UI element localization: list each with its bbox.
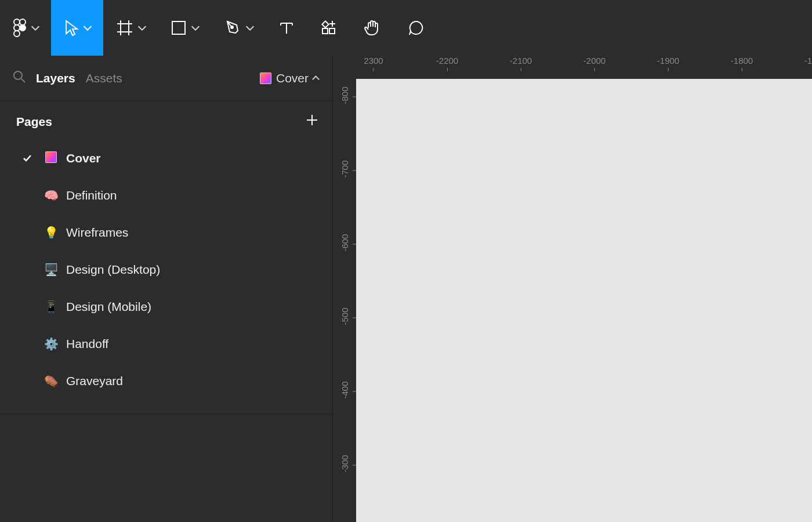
ruler-tick: -300 [333, 455, 356, 474]
tab-assets[interactable]: Assets [86, 71, 122, 85]
ruler-tick: -1800 [731, 56, 753, 71]
frame-icon [116, 19, 133, 37]
page-selector-label: Cover [276, 71, 309, 85]
ruler-tick: -2000 [583, 56, 606, 71]
ruler-tick: -600 [333, 234, 356, 253]
chevron-down-icon [191, 23, 200, 31]
pen-tool-button[interactable] [211, 0, 266, 56]
svg-point-2 [14, 25, 20, 31]
frame-tool-button[interactable] [103, 0, 158, 56]
search-icon[interactable] [13, 70, 26, 86]
page-list: Cover🧠Definition💡Wireframes🖥️Design (Des… [16, 140, 318, 400]
rectangle-icon [171, 20, 187, 36]
page-item[interactable]: Cover [16, 140, 318, 177]
svg-rect-17 [329, 28, 335, 34]
page-item[interactable]: 💡Wireframes [16, 214, 318, 251]
page-emoji-icon: 🧠 [43, 188, 59, 202]
horizontal-ruler: 2300-2200-2100-2000-1900-1800-1700 [356, 56, 812, 79]
page-item-label: Wireframes [66, 226, 128, 240]
chevron-down-icon [84, 23, 92, 31]
svg-rect-9 [172, 21, 185, 34]
page-item[interactable]: 🧠Definition [16, 177, 318, 214]
hand-tool-button[interactable] [350, 0, 394, 56]
page-emoji-icon [43, 151, 59, 166]
page-item[interactable]: ⚙️Handoff [16, 325, 318, 362]
page-item-label: Design (Desktop) [66, 263, 160, 277]
page-item-label: Graveyard [66, 374, 123, 388]
page-emoji-icon: ⚰️ [43, 374, 59, 388]
canvas-frame[interactable] [356, 79, 812, 522]
ruler-tick: -1900 [657, 56, 679, 71]
pages-title: Pages [16, 115, 52, 129]
figma-logo-icon [13, 18, 27, 38]
chevron-up-icon [312, 75, 320, 83]
ruler-tick: 2300 [364, 56, 383, 71]
svg-rect-16 [322, 28, 328, 34]
ruler-tick: -1700 [804, 56, 812, 71]
tab-layers[interactable]: Layers [36, 71, 75, 85]
check-icon [19, 153, 36, 164]
page-item-label: Handoff [66, 337, 108, 351]
svg-point-3 [20, 25, 26, 31]
chevron-down-icon [138, 23, 146, 31]
top-toolbar [0, 0, 812, 56]
ruler-tick: -500 [333, 307, 356, 327]
text-icon [278, 20, 295, 36]
chevron-down-icon [31, 23, 39, 31]
page-item-label: Definition [66, 188, 117, 202]
page-emoji-icon: 📱 [43, 300, 59, 314]
vertical-ruler: -800-700-600-500-400-300 [333, 79, 356, 522]
page-selector[interactable]: Cover [260, 71, 318, 85]
svg-point-0 [14, 19, 20, 25]
page-item-label: Cover [66, 151, 101, 165]
page-item-label: Design (Mobile) [66, 300, 151, 314]
page-item[interactable]: 📱Design (Mobile) [16, 288, 318, 325]
shape-tool-button[interactable] [158, 0, 211, 56]
page-item[interactable]: ⚰️Graveyard [16, 362, 318, 400]
svg-point-1 [20, 19, 26, 25]
page-emoji-icon: 💡 [43, 226, 59, 240]
svg-point-4 [14, 31, 20, 37]
chevron-down-icon [246, 23, 254, 31]
text-tool-button[interactable] [266, 0, 307, 56]
pen-icon [224, 19, 241, 37]
svg-rect-18 [322, 21, 328, 27]
svg-line-22 [21, 79, 25, 82]
move-tool-button[interactable] [51, 0, 103, 56]
page-item[interactable]: 🖥️Design (Desktop) [16, 251, 318, 288]
sidebar-header: Layers Assets Cover [0, 56, 332, 101]
resources-icon [320, 19, 338, 37]
svg-point-21 [14, 71, 22, 79]
canvas-area[interactable]: 2300-2200-2100-2000-1900-1800-1700 -800-… [333, 56, 812, 522]
ruler-tick: -800 [333, 86, 356, 106]
resources-tool-button[interactable] [307, 0, 350, 56]
comment-tool-button[interactable] [394, 0, 437, 56]
cursor-icon [64, 19, 79, 37]
figma-menu-button[interactable] [0, 0, 51, 56]
hand-icon [363, 19, 382, 37]
ruler-corner [333, 56, 356, 79]
page-emoji-icon: 🖥️ [43, 263, 59, 277]
page-thumbnail-icon [260, 72, 271, 84]
comment-icon [407, 19, 425, 37]
ruler-tick: -2200 [436, 56, 458, 71]
ruler-tick: -400 [333, 381, 356, 400]
left-sidebar: Layers Assets Cover Pages Cover🧠Definiti… [0, 56, 333, 522]
ruler-tick: -700 [333, 160, 356, 179]
add-page-button[interactable] [306, 114, 318, 129]
page-emoji-icon: ⚙️ [43, 337, 59, 351]
ruler-tick: -2100 [510, 56, 532, 71]
pages-section: Pages Cover🧠Definition💡Wireframes🖥️Desig… [0, 101, 332, 414]
